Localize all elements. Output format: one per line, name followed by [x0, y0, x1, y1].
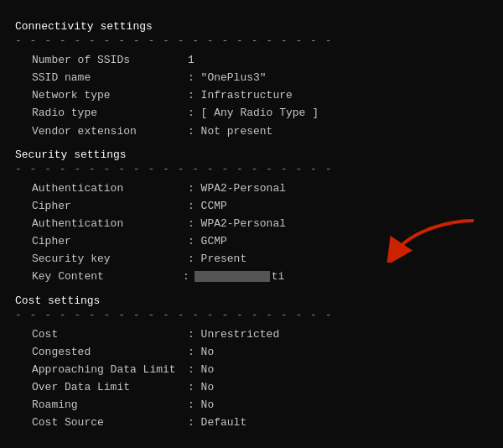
table-row: Cipher: GCMP [15, 233, 488, 250]
divider-1: - - - - - - - - - - - - - - - - - - - - … [15, 163, 488, 175]
table-row: Network type: Infrastructure [15, 87, 488, 104]
table-row: Vendor extension: Not present [15, 123, 488, 140]
row-value: : [ Any Radio Type ] [188, 105, 319, 122]
row-label: Authentication [15, 180, 183, 197]
row-label: Vendor extension [15, 123, 183, 140]
row-label: Cipher [15, 198, 183, 215]
row-value: : CCMP [188, 198, 227, 215]
section-title-2: Cost settings [15, 294, 488, 307]
row-value: : No [188, 397, 214, 414]
table-row: Cipher: CCMP [15, 198, 488, 215]
row-label: Cost [15, 326, 183, 343]
row-label: Number of SSIDs [15, 52, 183, 69]
row-label: Cipher [15, 233, 183, 250]
row-label: Congested [15, 344, 183, 361]
table-row: Authentication: WPA2-Personal [15, 216, 488, 232]
table-row: Congested: No [15, 344, 488, 361]
row-label: SSID name [15, 70, 183, 86]
terminal-window: Connectivity settings- - - - - - - - - -… [15, 20, 488, 431]
row-value: : Unrestricted [188, 326, 279, 343]
row-label: Authentication [15, 216, 183, 232]
divider-0: - - - - - - - - - - - - - - - - - - - - … [15, 34, 488, 47]
row-value: : Not present [188, 123, 272, 140]
row-label: Approaching Data Limit [15, 362, 183, 378]
row-label: Cost Source [15, 414, 183, 431]
table-row: Roaming: No [15, 397, 488, 414]
table-row: Over Data Limit: No [15, 379, 488, 396]
row-label: Key Content [15, 268, 183, 285]
row-value: 1 [188, 52, 194, 69]
row-value: : No [188, 362, 214, 378]
table-row: Security key: Present [15, 251, 488, 268]
row-colon: : [183, 268, 189, 285]
divider-2: - - - - - - - - - - - - - - - - - - - - … [15, 309, 488, 321]
table-row: Number of SSIDs1 [15, 52, 488, 69]
table-row: SSID name: "OnePlus3" [15, 70, 488, 86]
table-row: Key Content: ti [15, 268, 488, 285]
row-label: Radio type [15, 105, 183, 122]
key-suffix: ti [272, 270, 285, 283]
row-value: : No [188, 379, 214, 396]
row-value: : No [188, 344, 214, 361]
row-label: Over Data Limit [15, 379, 183, 396]
table-row: Approaching Data Limit: No [15, 362, 488, 378]
table-row: Cost Source: Default [15, 414, 488, 431]
row-value: : GCMP [188, 233, 227, 250]
row-label: Roaming [15, 397, 183, 414]
section-title-1: Security settings [15, 148, 488, 161]
row-label: Security key [15, 251, 183, 268]
row-value: ti [194, 268, 285, 285]
table-row: Radio type: [ Any Radio Type ] [15, 105, 488, 122]
row-value: : WPA2-Personal [188, 180, 286, 197]
row-value: : WPA2-Personal [188, 216, 286, 232]
section-title-0: Connectivity settings [15, 20, 488, 33]
redacted-content [194, 271, 270, 282]
table-row: Cost: Unrestricted [15, 326, 488, 343]
row-value: : Infrastructure [188, 87, 293, 104]
table-row: Authentication: WPA2-Personal [15, 180, 488, 197]
row-value: : Default [188, 414, 246, 431]
row-value: : "OnePlus3" [188, 70, 267, 86]
row-label: Network type [15, 87, 183, 104]
row-value: : Present [188, 251, 246, 268]
